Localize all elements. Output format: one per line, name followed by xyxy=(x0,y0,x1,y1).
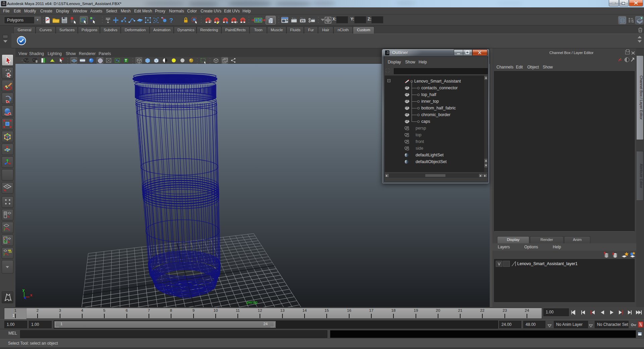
svg-text:IPR: IPR xyxy=(301,20,305,22)
svg-text:y: y xyxy=(22,288,25,292)
svg-text:T: T xyxy=(125,58,127,62)
svg-text:?: ? xyxy=(169,17,173,24)
svg-text:x: x xyxy=(30,293,33,297)
svg-text:persp: persp xyxy=(247,300,258,305)
svg-text:z: z xyxy=(24,295,26,299)
